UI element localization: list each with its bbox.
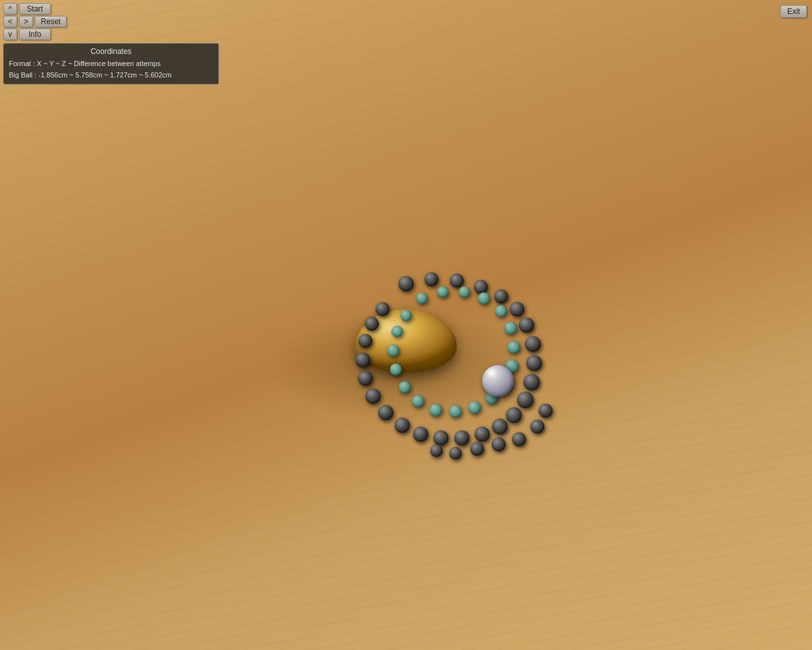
info-ball-line: Big Ball : -1.856cm ~ 5.758cm ~ 1.727cm … (9, 70, 213, 81)
ball-outer-24 (365, 317, 379, 331)
prev-button[interactable]: < (3, 16, 17, 27)
ball-inner-18 (391, 326, 403, 337)
controls-panel: ^ Start < > Reset v Info (3, 3, 67, 40)
ball-outer-8 (525, 336, 541, 352)
ball-outer-13 (492, 419, 508, 435)
start-button[interactable]: Start (19, 3, 51, 15)
ball-outer-4 (474, 280, 488, 294)
ball-inner-13 (429, 404, 442, 416)
ball-inner-19 (400, 310, 412, 321)
big-ball (482, 365, 514, 397)
ball-inner-4 (478, 293, 490, 305)
info-title: Coordinates (9, 47, 213, 56)
ball-inner-7 (508, 341, 520, 354)
ball-outer-3 (450, 274, 464, 288)
ball-inner-14 (412, 395, 424, 408)
ball-outer-25 (376, 302, 390, 316)
down-button[interactable]: v (3, 29, 17, 40)
controls-row-3: v Info (3, 29, 67, 40)
ball-outer-23 (358, 334, 372, 348)
ball-outer-14 (475, 427, 490, 442)
ball-extra-3 (512, 432, 526, 446)
ball-outer-22 (356, 353, 370, 368)
ball-inner-16 (390, 364, 402, 376)
ball-inner-5 (495, 305, 508, 317)
ball-extra-7 (430, 444, 443, 457)
ball-outer-2 (424, 272, 438, 286)
next-button[interactable]: > (19, 16, 33, 27)
ball-extra-2 (492, 437, 506, 451)
ball-outer-21 (358, 371, 373, 386)
ball-inner-17 (388, 345, 400, 357)
ball-inner-3 (459, 286, 470, 298)
controls-row-1: ^ Start (3, 3, 67, 15)
ball-extra-6 (449, 447, 462, 460)
ball-inner-2 (437, 286, 449, 298)
ball-outer-10 (523, 374, 540, 390)
ball-inner-15 (399, 381, 411, 394)
ball-outer-20 (365, 388, 381, 404)
ball-extra-4 (530, 420, 544, 434)
reset-button[interactable]: Reset (35, 16, 67, 27)
ball-inner-12 (449, 405, 462, 418)
ball-outer-17 (413, 427, 428, 442)
ball-outer-5 (494, 289, 508, 303)
ball-outer-9 (527, 355, 542, 371)
ball-inner-11 (468, 401, 481, 414)
controls-row-2: < > Reset (3, 16, 67, 27)
ball-outer-16 (433, 430, 449, 446)
ball-outer-19 (378, 405, 393, 420)
3d-scene (0, 0, 812, 650)
bowl-container (247, 223, 565, 465)
ball-outer-11 (517, 392, 534, 408)
ball-outer-12 (506, 408, 522, 423)
up-button[interactable]: ^ (3, 3, 17, 15)
ball-inner-1 (416, 293, 428, 304)
ball-extra-1 (470, 442, 484, 456)
ball-outer-6 (510, 302, 525, 317)
ball-outer-7 (519, 317, 534, 333)
exit-button[interactable]: Exit (780, 5, 807, 18)
ball-outer-18 (395, 418, 410, 433)
info-panel: Coordinates Format : X ~ Y ~ Z ~ Differe… (3, 43, 219, 84)
ball-outer-1 (398, 276, 414, 291)
ball-outer-15 (454, 430, 469, 446)
info-button[interactable]: Info (19, 29, 51, 40)
info-format-line: Format : X ~ Y ~ Z ~ Difference between … (9, 58, 213, 70)
ball-extra-5 (539, 404, 553, 418)
ball-inner-6 (504, 322, 517, 335)
